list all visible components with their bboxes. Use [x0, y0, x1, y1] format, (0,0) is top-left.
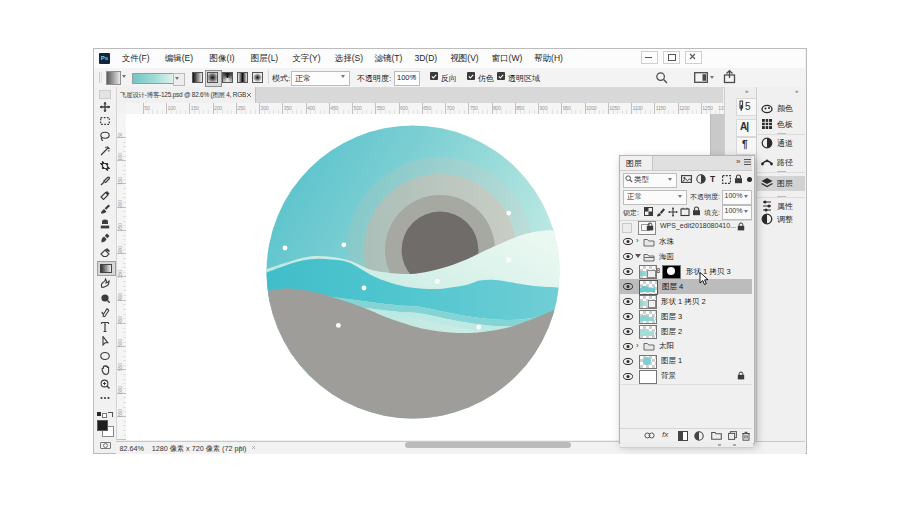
svg-text:5: 5 — [745, 101, 751, 112]
